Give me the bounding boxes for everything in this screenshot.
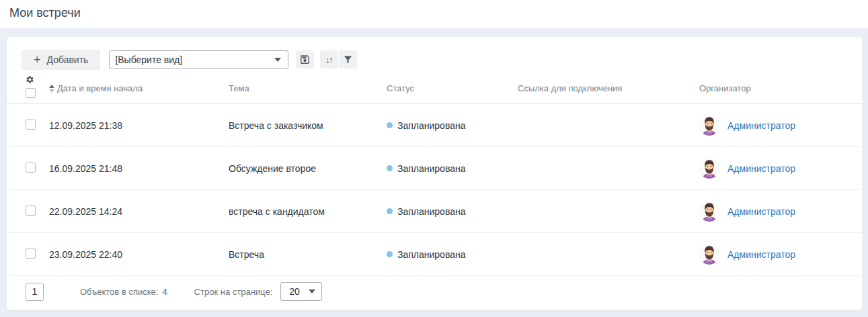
content-area: + Добавить [Выберите вид] ↓↑ [0,28,868,317]
objects-count-value: 4 [162,287,167,297]
cell-status: Запланирована [387,163,518,174]
table-row: 16.09.2025 21:48 Обсуждение второе Запла… [7,147,862,190]
gear-icon[interactable] [26,75,34,87]
rows-per-page-value: 20 [289,286,300,297]
status-dot-icon [387,251,393,257]
avatar[interactable] [699,244,719,265]
status-label: Запланирована [397,163,466,174]
cell-organizer: Администратор [699,116,847,136]
table-row: 12.09.2025 21:38 Встреча с заказчиком За… [7,104,862,147]
chevron-down-icon [274,58,281,62]
sort-arrows-icon: ↓↑ [325,54,333,65]
status-label: Запланирована [397,249,466,260]
cell-organizer: Администратор [699,244,847,265]
column-header-datetime[interactable]: Дата и время начала [49,83,229,93]
sort-direction-icon [49,85,54,93]
avatar[interactable] [699,116,719,136]
page-title: Мои встречи [9,6,868,20]
organizer-link[interactable]: Администратор [727,120,795,131]
add-button-label: Добавить [47,54,89,65]
toolbar: + Добавить [Выберите вид] ↓↑ [7,37,862,73]
row-checkbox[interactable] [26,120,36,130]
view-select[interactable]: [Выберите вид] [109,50,288,69]
save-view-button[interactable] [296,50,314,69]
rows-per-page-select[interactable]: 20 [280,282,322,301]
column-header-datetime-label: Дата и время начала [57,83,143,93]
cell-topic: Обсуждение второе [229,163,387,174]
cell-topic: встреча с кандидатом [229,206,387,217]
cell-datetime: 22.09.2025 14:24 [49,206,229,217]
cell-status: Запланирована [387,120,518,131]
select-all-checkbox[interactable] [26,88,36,98]
column-header-link[interactable]: Ссылка для подключения [518,83,699,93]
filter-icon [343,54,353,64]
save-icon [299,54,311,65]
status-label: Запланирована [397,206,466,217]
sort-button[interactable]: ↓↑ [320,50,338,69]
cell-datetime: 12.09.2025 21:38 [49,120,229,131]
cell-datetime: 16.09.2025 21:48 [49,163,229,174]
status-dot-icon [387,165,393,171]
table-footer: 1 Объектов в списке: 4 Строк на странице… [7,276,862,307]
row-checkbox[interactable] [26,248,36,259]
organizer-link[interactable]: Администратор [727,249,795,260]
meetings-panel: + Добавить [Выберите вид] ↓↑ [7,37,862,310]
column-header-status[interactable]: Статус [387,83,518,93]
organizer-link[interactable]: Администратор [727,206,795,217]
column-header-topic[interactable]: Тема [229,83,387,93]
avatar[interactable] [699,201,719,222]
objects-count-label: Объектов в списке: [80,287,158,297]
avatar[interactable] [699,158,719,179]
cell-topic: Встреча [229,249,387,260]
table-header: Дата и время начала Тема Статус Ссылка д… [7,73,862,104]
view-select-value: [Выберите вид] [115,54,182,65]
table-row: 23.09.2025 22:40 Встреча Запланирована А… [7,233,862,276]
cell-topic: Встреча с заказчиком [229,120,387,131]
row-checkbox[interactable] [26,206,36,216]
status-dot-icon [387,122,393,128]
filter-button[interactable] [339,50,357,69]
organizer-link[interactable]: Администратор [727,163,795,174]
chevron-down-icon [309,289,315,293]
plus-icon: + [34,54,41,66]
page-number-button[interactable]: 1 [26,283,44,301]
status-label: Запланирована [397,120,466,131]
objects-count-group: Объектов в списке: 4 [80,287,167,297]
rows-per-page-group: Строк на странице: 20 [194,282,323,301]
rows-per-page-label: Строк на странице: [194,287,273,297]
table-row: 22.09.2025 14:24 встреча с кандидатом За… [7,190,862,233]
cell-status: Запланирована [387,249,518,260]
sort-filter-group: ↓↑ [320,50,357,69]
cell-organizer: Администратор [699,158,847,179]
title-band: Мои встречи [0,0,868,28]
header-controls-cell [26,73,49,98]
status-dot-icon [387,208,393,214]
cell-datetime: 23.09.2025 22:40 [49,249,229,260]
row-checkbox[interactable] [26,163,36,173]
add-button[interactable]: + Добавить [22,50,100,70]
cell-status: Запланирована [387,206,518,217]
cell-organizer: Администратор [699,201,847,222]
column-header-organizer[interactable]: Организатор [699,83,847,93]
